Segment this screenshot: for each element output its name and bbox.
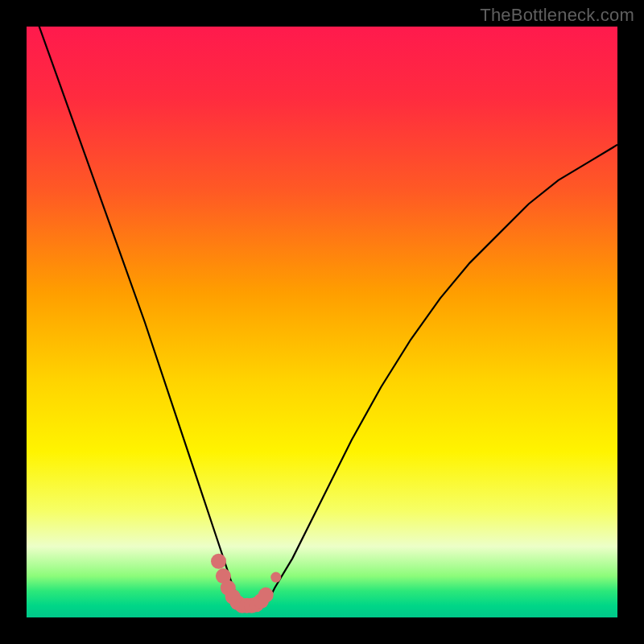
valley-marker — [211, 554, 226, 569]
valley-marker — [258, 588, 274, 603]
watermark-text: TheBottleneck.com — [480, 5, 634, 26]
heatmap-background — [27, 27, 617, 617]
valley-marker — [270, 572, 281, 583]
chart-frame — [27, 27, 617, 617]
chart-svg — [27, 27, 617, 617]
